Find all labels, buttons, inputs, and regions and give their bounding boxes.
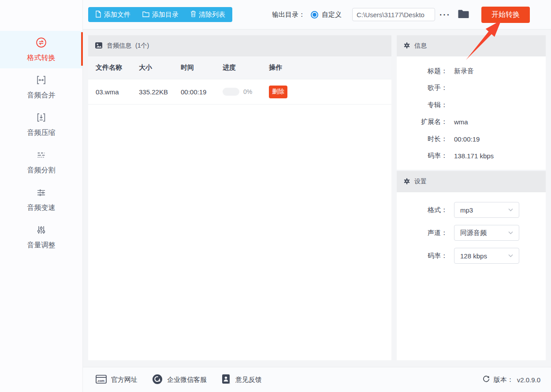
info-row-album: 专辑： [397,97,546,114]
wechat-service-link[interactable]: 企业微信客服 [152,374,207,386]
compress-icon [35,112,47,125]
sidebar-item-audio-speed[interactable]: 音频变速 [0,181,82,218]
official-website-link[interactable]: .com 官方网址 [96,375,138,385]
channel-select[interactable]: 同源音频 [454,225,519,241]
sidebar-item-volume-adjust[interactable]: 音量调整 [0,218,82,256]
feedback-icon [221,374,231,386]
audio-info-panel: 音频信息 (1个) 文件名称 大小 时间 进度 操作 03.wma 335.22… [88,35,391,360]
setting-row-format: 格式： mp3 [397,198,546,221]
table-header-row: 文件名称 大小 时间 进度 操作 [88,56,391,79]
website-icon: .com [96,375,107,385]
gear-icon [403,178,410,186]
sidebar-item-format-convert[interactable]: 格式转换 [0,31,82,68]
output-path-input[interactable] [352,8,435,21]
table-row: 03.wma 335.22KB 00:00:19 0% 删除 [88,79,391,105]
cell-time: 00:00:19 [181,88,223,96]
file-icon [95,11,101,19]
col-progress: 进度 [223,63,269,72]
settings-header: 设置 [397,171,546,192]
setting-row-channel: 声道： 同源音频 [397,221,546,244]
version-info: 版本： v2.0.9.0 [482,375,540,385]
active-indicator [81,32,83,66]
col-action: 操作 [269,63,282,72]
sidebar-item-label: 音频合并 [27,91,56,100]
footer-bar: .com 官方网址 企业微信客服 意见反馈 [83,367,551,392]
panel-title: 信息 [414,42,427,50]
cell-progress: 0% [223,88,269,96]
clear-list-button[interactable]: 清除列表 [190,11,225,19]
sidebar: 格式转换 音频合并 音频压缩 [0,0,83,392]
folder-filled-icon [458,9,469,20]
info-panel: 信息 标题： 新录音 歌手： 专辑： 扩展名： wma 时长： 00:00:19… [397,35,546,170]
add-file-button[interactable]: 添加文件 [95,11,130,19]
info-row-extension: 扩展名： wma [397,114,546,131]
gear-icon [403,42,410,50]
open-folder-button[interactable] [458,9,469,20]
audio-info-header: 音频信息 (1个) [88,35,391,56]
browse-more-button[interactable]: ··· [439,11,450,19]
custom-radio-label: 自定义 [322,11,342,19]
version-label: 版本： [494,376,514,384]
setting-row-bitrate: 码率： 128 kbps [397,244,546,267]
top-toolbar: 添加文件 添加目录 清除列表 输出目录： 自定义 ··· [83,0,551,30]
panel-title: 设置 [414,178,427,186]
sidebar-item-audio-merge[interactable]: 音频合并 [0,68,82,106]
convert-icon [35,37,47,50]
sidebar-item-audio-split[interactable]: 音频分割 [0,143,82,181]
format-select[interactable]: mp3 [454,202,519,218]
add-directory-button[interactable]: 添加目录 [142,11,179,19]
feedback-link[interactable]: 意见反馈 [221,374,262,386]
version-value: v2.0.9.0 [517,376,540,384]
sidebar-item-label: 音频变速 [27,203,56,213]
trash-icon [190,11,196,19]
sidebar-item-label: 音频分割 [27,166,56,175]
chevron-down-icon [508,254,513,258]
split-icon [35,149,47,163]
output-dir-label: 输出目录： [272,11,305,19]
custom-radio[interactable] [311,11,318,19]
info-row-artist: 歌手： [397,80,546,97]
sidebar-item-label: 音频压缩 [27,128,56,138]
settings-panel: 设置 格式： mp3 声道： 同源音频 码率： 128 kbps [397,171,546,360]
start-convert-button[interactable]: 开始转换 [481,7,530,23]
volume-icon [35,224,47,238]
info-row-title: 标题： 新录音 [397,63,546,80]
file-actions-group: 添加文件 添加目录 清除列表 [88,7,232,22]
wechat-service-icon [152,374,163,386]
col-filename: 文件名称 [96,63,139,72]
folder-icon [142,11,149,19]
info-header: 信息 [397,35,546,56]
panel-title: 音频信息 [107,42,131,50]
sidebar-item-label: 音量调整 [27,241,56,250]
progress-percent: 0% [243,88,252,95]
bitrate-select[interactable]: 128 kbps [454,248,519,264]
sidebar-item-label: 格式转换 [27,53,56,63]
picture-icon [95,41,103,51]
info-row-bitrate: 码率： 138.171 kbps [397,148,546,165]
delete-button[interactable]: 删除 [269,86,287,98]
cell-filename: 03.wma [96,88,139,96]
chevron-down-icon [508,208,513,212]
speed-icon [35,187,47,200]
refresh-icon[interactable] [482,375,490,385]
file-count: (1个) [135,42,149,50]
col-size: 大小 [139,63,181,72]
progress-bar [223,88,239,96]
merge-icon [35,74,47,88]
svg-text:.com: .com [97,378,104,382]
info-row-duration: 时长： 00:00:19 [397,131,546,148]
chevron-down-icon [508,231,513,235]
col-time: 时间 [181,63,223,72]
cell-size: 335.22KB [139,88,181,96]
sidebar-item-audio-compress[interactable]: 音频压缩 [0,106,82,143]
